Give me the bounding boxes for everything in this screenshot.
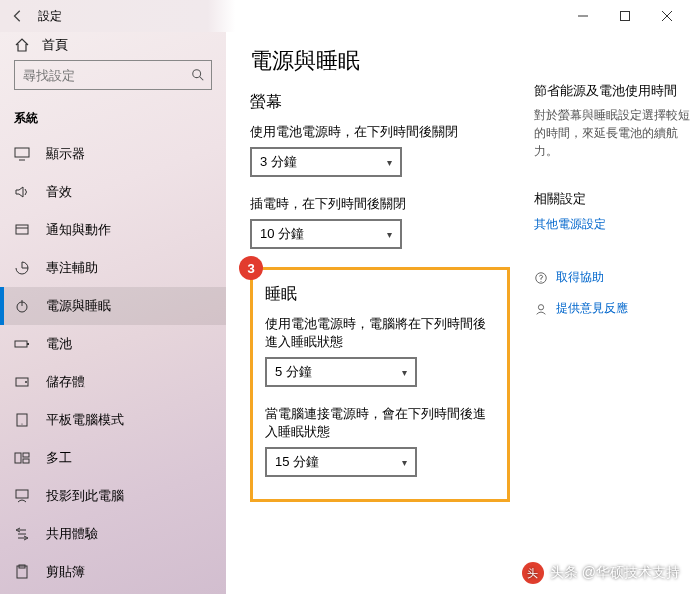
help-icon (534, 271, 548, 285)
watermark: 头 头条 @华硕技术支持 (522, 562, 680, 584)
select-value: 15 分鐘 (275, 453, 319, 471)
screen-battery-label: 使用電池電源時，在下列時間後關閉 (250, 123, 510, 141)
category-header: 系統 (0, 100, 226, 135)
notifications-icon (14, 222, 30, 238)
main-panel: 電源與睡眠 螢幕 使用電池電源時，在下列時間後關閉 3 分鐘 ▾ 插電時，在下列… (226, 32, 692, 594)
svg-rect-18 (23, 459, 29, 463)
sidebar-item-label: 剪貼簿 (46, 563, 85, 581)
save-energy-heading: 節省能源及電池使用時間 (534, 82, 690, 100)
screen-plugged-label: 插電時，在下列時間後關閉 (250, 195, 510, 213)
sidebar-item-label: 儲存體 (46, 373, 85, 391)
sidebar-item-sound[interactable]: 音效 (0, 173, 226, 211)
focus-icon (14, 260, 30, 276)
sidebar-item-shared[interactable]: 共用體驗 (0, 515, 226, 553)
svg-point-13 (25, 381, 27, 383)
sleep-battery-label: 使用電池電源時，電腦將在下列時間後進入睡眠狀態 (265, 315, 495, 351)
projecting-icon (14, 488, 30, 504)
svg-line-3 (200, 77, 204, 81)
save-energy-desc: 對於螢幕與睡眠設定選擇較短的時間，來延長電池的續航力。 (534, 106, 690, 160)
svg-point-24 (538, 304, 543, 309)
minimize-button[interactable] (562, 2, 604, 30)
sidebar-item-storage[interactable]: 儲存體 (0, 363, 226, 401)
shared-icon (14, 526, 30, 542)
sleep-plugged-select[interactable]: 15 分鐘 ▾ (265, 447, 417, 477)
sidebar: 首頁 系統 顯示器 音效 (0, 32, 226, 594)
svg-rect-4 (15, 148, 29, 157)
get-help-link[interactable]: 取得協助 (534, 269, 690, 286)
back-button[interactable] (4, 2, 32, 30)
sleep-heading: 睡眠 (265, 284, 495, 305)
page-title: 電源與睡眠 (250, 46, 510, 76)
svg-rect-16 (15, 453, 21, 463)
feedback-link[interactable]: 提供意見反應 (534, 300, 690, 317)
link-label: 提供意見反應 (556, 300, 628, 317)
sidebar-item-label: 通知與動作 (46, 221, 111, 239)
tablet-icon (14, 412, 30, 428)
svg-rect-11 (27, 343, 29, 345)
sidebar-item-label: 專注輔助 (46, 259, 98, 277)
chevron-down-icon: ▾ (402, 457, 407, 468)
chevron-down-icon: ▾ (387, 229, 392, 240)
step-badge: 3 (239, 256, 263, 280)
sidebar-item-label: 電源與睡眠 (46, 297, 111, 315)
svg-point-23 (540, 280, 541, 281)
link-label: 其他電源設定 (534, 216, 606, 233)
clipboard-icon (14, 564, 30, 580)
screen-heading: 螢幕 (250, 92, 510, 113)
sidebar-item-label: 共用體驗 (46, 525, 98, 543)
sidebar-item-focus[interactable]: 專注輔助 (0, 249, 226, 287)
display-icon (14, 146, 30, 162)
search-box[interactable] (14, 60, 212, 90)
titlebar: 設定 (0, 0, 692, 32)
other-power-link[interactable]: 其他電源設定 (534, 216, 690, 233)
sound-icon (14, 184, 30, 200)
screen-plugged-select[interactable]: 10 分鐘 ▾ (250, 219, 402, 249)
feedback-icon (534, 302, 548, 316)
watermark-logo: 头 (522, 562, 544, 584)
sidebar-item-label: 電池 (46, 335, 72, 353)
storage-icon (14, 374, 30, 390)
select-value: 10 分鐘 (260, 225, 304, 243)
window-title: 設定 (38, 8, 62, 25)
sidebar-item-label: 投影到此電腦 (46, 487, 124, 505)
sidebar-item-tablet[interactable]: 平板電腦模式 (0, 401, 226, 439)
sidebar-item-label: 音效 (46, 183, 72, 201)
multitasking-icon (14, 450, 30, 466)
link-label: 取得協助 (556, 269, 604, 286)
sleep-highlight-box: 3 睡眠 使用電池電源時，電腦將在下列時間後進入睡眠狀態 5 分鐘 ▾ 當電腦連… (250, 267, 510, 502)
screen-battery-select[interactable]: 3 分鐘 ▾ (250, 147, 402, 177)
home-icon (14, 37, 30, 53)
sidebar-item-multitasking[interactable]: 多工 (0, 439, 226, 477)
sidebar-item-label: 顯示器 (46, 145, 85, 163)
search-input[interactable] (23, 68, 191, 83)
maximize-button[interactable] (604, 2, 646, 30)
svg-rect-1 (621, 12, 630, 21)
svg-rect-17 (23, 453, 29, 457)
watermark-text: 头条 @华硕技术支持 (550, 564, 680, 582)
home-nav[interactable]: 首頁 (0, 36, 226, 54)
svg-point-2 (193, 70, 201, 78)
sidebar-item-label: 多工 (46, 449, 72, 467)
sidebar-item-projecting[interactable]: 投影到此電腦 (0, 477, 226, 515)
info-column: 節省能源及電池使用時間 對於螢幕與睡眠設定選擇較短的時間，來延長電池的續航力。 … (534, 46, 690, 594)
sleep-plugged-label: 當電腦連接電源時，會在下列時間後進入睡眠狀態 (265, 405, 495, 441)
home-label: 首頁 (42, 36, 68, 54)
svg-rect-6 (16, 225, 28, 234)
close-button[interactable] (646, 2, 688, 30)
search-icon (191, 68, 205, 82)
sidebar-item-power[interactable]: 電源與睡眠 (0, 287, 226, 325)
power-icon (14, 298, 30, 314)
sleep-battery-select[interactable]: 5 分鐘 ▾ (265, 357, 417, 387)
sidebar-item-clipboard[interactable]: 剪貼簿 (0, 553, 226, 591)
select-value: 3 分鐘 (260, 153, 297, 171)
select-value: 5 分鐘 (275, 363, 312, 381)
svg-rect-19 (16, 490, 28, 498)
chevron-down-icon: ▾ (387, 157, 392, 168)
battery-icon (14, 336, 30, 352)
chevron-down-icon: ▾ (402, 367, 407, 378)
sidebar-item-label: 平板電腦模式 (46, 411, 124, 429)
sidebar-item-battery[interactable]: 電池 (0, 325, 226, 363)
sidebar-item-notifications[interactable]: 通知與動作 (0, 211, 226, 249)
sidebar-item-display[interactable]: 顯示器 (0, 135, 226, 173)
svg-point-15 (21, 423, 22, 424)
